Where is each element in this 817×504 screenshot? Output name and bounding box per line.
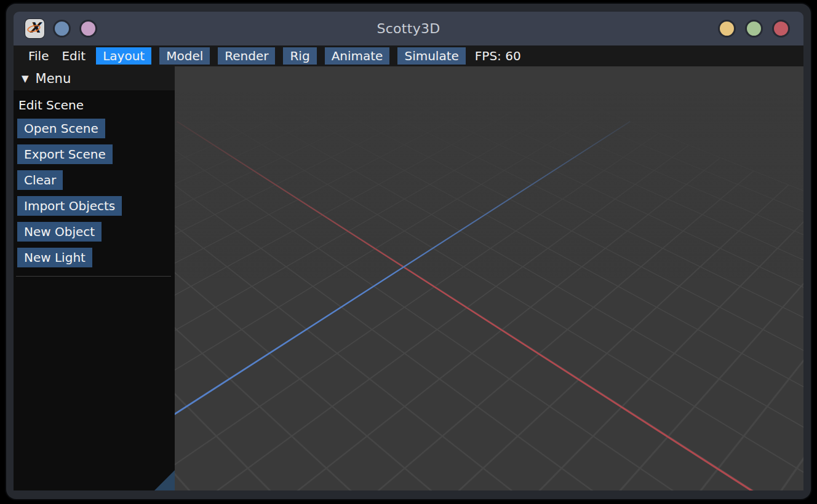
window-title: Scotty3D	[14, 21, 803, 36]
tab-rig[interactable]: Rig	[283, 47, 316, 65]
title-bar[interactable]: X Scotty3D	[14, 12, 803, 45]
menu-panel-title: Menu	[36, 71, 71, 86]
import-objects-button[interactable]: Import Objects	[17, 196, 122, 216]
menu-bar: File Edit Layout Model Render Rig Animat…	[14, 45, 803, 66]
tab-animate[interactable]: Animate	[325, 47, 390, 65]
menu-panel: ▼ Menu Edit Scene Open Scene Export Scen…	[14, 66, 175, 490]
new-light-button[interactable]: New Light	[17, 248, 92, 267]
main-content: ▼ Menu Edit Scene Open Scene Export Scen…	[14, 66, 803, 490]
xorg-app-icon[interactable]: X	[25, 19, 44, 38]
grid-plane	[175, 66, 803, 490]
tab-model[interactable]: Model	[159, 47, 210, 65]
panel-resize-grip[interactable]	[154, 470, 175, 490]
desktop: { "window": { "title": "Scotty3D", "cont…	[0, 0, 817, 504]
collapse-triangle-icon: ▼	[22, 73, 29, 84]
tab-simulate[interactable]: Simulate	[397, 47, 465, 65]
close-button[interactable]	[772, 20, 790, 37]
menu-file[interactable]: File	[26, 48, 51, 64]
export-scene-button[interactable]: Export Scene	[17, 144, 113, 164]
x-axis-line	[177, 121, 803, 490]
window-controls-left: X	[25, 12, 97, 45]
new-object-button[interactable]: New Object	[17, 222, 102, 242]
separator	[16, 276, 171, 277]
fps-counter: FPS: 60	[475, 49, 521, 63]
window-control-pink[interactable]	[79, 20, 97, 37]
maximize-button[interactable]	[745, 20, 763, 37]
tab-layout[interactable]: Layout	[96, 47, 151, 65]
edit-scene-label: Edit Scene	[18, 98, 173, 112]
app-window: X Scotty3D File Edit Layout Model Render…	[6, 4, 811, 499]
menu-panel-header[interactable]: ▼ Menu	[14, 66, 175, 90]
menu-panel-body: Edit Scene Open Scene Export Scene Clear…	[14, 90, 175, 277]
window-controls-right	[718, 12, 790, 45]
window-control-blue[interactable]	[53, 20, 71, 37]
z-axis-line	[175, 121, 631, 490]
open-scene-button[interactable]: Open Scene	[17, 119, 105, 138]
tab-render[interactable]: Render	[218, 47, 275, 65]
menu-edit[interactable]: Edit	[59, 48, 88, 64]
viewport-3d[interactable]	[175, 66, 803, 490]
minimize-button[interactable]	[718, 20, 736, 37]
clear-button[interactable]: Clear	[17, 170, 63, 190]
